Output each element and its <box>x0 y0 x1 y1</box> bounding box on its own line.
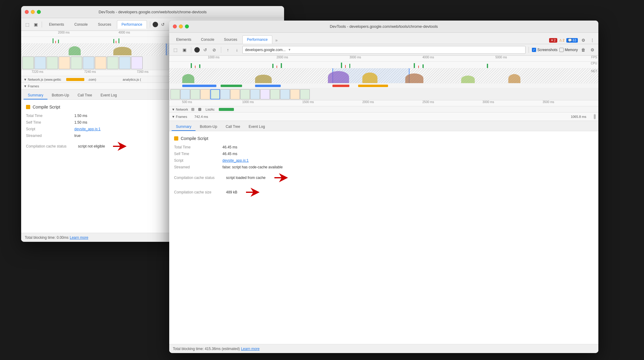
minimize-button-back[interactable] <box>31 10 35 14</box>
trash-icon-front[interactable]: 🗑 <box>580 46 587 54</box>
red-arrow-back <box>112 140 130 152</box>
cpu-label-front: CPU <box>591 62 597 65</box>
url-dropdown-front: ▼ <box>288 48 291 51</box>
download-btn-front[interactable]: ↓ <box>233 46 241 54</box>
tab-eventlog-back[interactable]: Event Log <box>96 92 121 99</box>
url-bar-front[interactable]: developers.google.com... ▼ <box>242 46 526 54</box>
minimize-button-front[interactable] <box>179 24 183 28</box>
label-cache-back: Compilation cache status <box>26 144 74 148</box>
perf-toolbar-front: ⬚ ▣ ↺ ⊘ ↑ ↓ developers.google.com... ▼ ✓… <box>169 44 598 56</box>
device-icon[interactable]: ▣ <box>32 21 39 28</box>
traffic-lights-back[interactable] <box>25 10 41 14</box>
device-icon-front[interactable]: ▣ <box>181 46 188 54</box>
tab-elements-back[interactable]: Elements <box>44 20 69 29</box>
scroll-thumb <box>594 114 596 119</box>
network-label2-back: .com) <box>88 78 96 81</box>
traffic-lights-front[interactable] <box>173 24 189 28</box>
tick-bf-3500: 3500 ms <box>542 100 554 104</box>
detail-cache-front: Compilation cache status script loaded f… <box>174 172 594 184</box>
f-thumb-10 <box>260 89 270 99</box>
label-streamed-back: Streamed <box>26 134 74 138</box>
tab-eventlog-front[interactable]: Event Log <box>244 123 269 131</box>
compile-icon-front <box>174 136 178 141</box>
fps-bar-4 <box>118 38 119 43</box>
tick-f-4000: 4000 ms <box>422 56 434 59</box>
thumb-2 <box>34 57 46 69</box>
network-label-front: ▼ Network <box>172 108 188 111</box>
tick-bf-1500: 1500 ms <box>302 100 314 104</box>
maximize-button-back[interactable] <box>37 10 41 14</box>
fps-row-front: CPU <box>169 62 598 68</box>
tab-more-front[interactable]: » <box>273 37 280 44</box>
fps-bar-3 <box>113 39 114 43</box>
close-button-back[interactable] <box>25 10 29 14</box>
value-total-time-back: 1.50 ms <box>74 114 87 118</box>
fps-f-red-1 <box>195 66 196 68</box>
upload-btn-front[interactable]: ↑ <box>224 46 231 54</box>
svg-marker-1 <box>274 173 288 182</box>
detail-self-time-front: Self Time 46.45 ms <box>174 152 594 156</box>
tab-bottomup-front[interactable]: Bottom-Up <box>196 123 221 131</box>
tab-console-back[interactable]: Console <box>70 20 92 29</box>
thumb-6 <box>83 57 94 69</box>
tab-sources-back[interactable]: Sources <box>93 20 116 29</box>
detail-total-time-front: Total Time 46.45 ms <box>174 145 594 149</box>
scrollbar-thumb-front[interactable] <box>594 114 596 120</box>
fps-red-1 <box>55 41 56 43</box>
net-bar-3 <box>255 85 281 87</box>
f-thumb-3 <box>190 89 200 99</box>
reload-icon[interactable]: ↺ <box>159 21 167 28</box>
tick-b-7220: 7220 ms <box>32 70 43 73</box>
cpu-f-hump-7 <box>508 74 520 83</box>
record-btn-front[interactable] <box>194 47 200 53</box>
error-badge-front: ✕ 2 <box>549 38 557 43</box>
tab-summary-front[interactable]: Summary <box>172 123 196 131</box>
net-label-front: NET <box>591 70 597 73</box>
inspect-icon-front[interactable]: ⬚ <box>172 46 179 54</box>
f-thumb-1 <box>170 89 180 99</box>
compile-icon-back <box>26 105 30 109</box>
tab-bottomup-back[interactable]: Bottom-Up <box>47 92 73 99</box>
screenshots-checkbox-front[interactable]: ✓ <box>532 48 536 52</box>
tab-calltree-back[interactable]: Call Tree <box>73 92 96 99</box>
tab-performance-back[interactable]: Performance <box>117 20 147 29</box>
fps-f-red-2 <box>277 66 277 68</box>
red-arrow-cache-front <box>273 172 291 184</box>
window-title-front: DevTools - developers.google.com/web/too… <box>330 24 438 29</box>
link-script-back[interactable]: devsite_app.js:1 <box>74 127 101 131</box>
maximize-button-front[interactable] <box>185 24 189 28</box>
learn-more-back[interactable]: Learn more <box>70 235 88 240</box>
clear-btn-front[interactable]: ⊘ <box>211 46 218 54</box>
tab-sources-front[interactable]: Sources <box>219 35 242 44</box>
tab-console-front[interactable]: Console <box>196 35 219 44</box>
fps-f-bar-8 <box>422 64 424 68</box>
more-icon-front[interactable]: ⋮ <box>589 37 596 44</box>
f-thumb-8 <box>240 89 250 99</box>
summary-content-front: Compile Script Total Time 46.45 ms Self … <box>169 131 598 353</box>
tick-bf-3000: 3000 ms <box>483 100 494 104</box>
tab-summary-back[interactable]: Summary <box>24 92 47 99</box>
record-icon[interactable] <box>153 22 158 27</box>
memory-checkbox-front[interactable] <box>559 48 564 52</box>
label-total-time-front: Total Time <box>174 145 222 149</box>
fps-f-bar-1 <box>191 63 192 68</box>
tick-f-1000: 1000 ms <box>208 56 219 59</box>
tab-calltree-front[interactable]: Call Tree <box>222 123 244 131</box>
inspect-icon[interactable]: ⬚ <box>24 21 31 28</box>
info-count: 63 <box>573 38 576 42</box>
value-streamed-front: false: script has code-cache available <box>222 165 283 169</box>
tab-elements-front[interactable]: Elements <box>172 35 196 44</box>
link-script-front[interactable]: devsite_app.js:1 <box>222 158 249 163</box>
cpu-f-hump-5 <box>405 73 423 83</box>
warning-icon: ⚠ <box>559 38 562 42</box>
tab-performance-front[interactable]: Performance <box>242 35 272 44</box>
thumb-5 <box>71 57 82 69</box>
settings-icon-front[interactable]: ⚙ <box>580 37 587 44</box>
settings-gear-icon-front[interactable]: ⚙ <box>589 46 596 54</box>
close-button-front[interactable] <box>173 24 177 28</box>
reload-btn-front[interactable]: ↺ <box>202 46 209 54</box>
fps-bar-2 <box>58 40 59 43</box>
divider-front-3 <box>529 47 529 53</box>
learn-more-front[interactable]: Learn more <box>241 347 259 351</box>
f-thumb-7 <box>230 89 240 99</box>
